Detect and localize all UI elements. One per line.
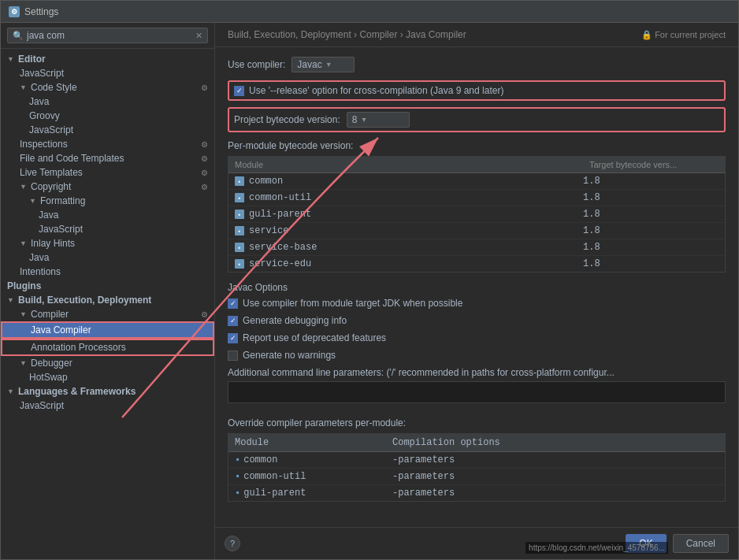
- sidebar-item-label: Java: [29, 252, 49, 263]
- sidebar-item-label: JavaScript: [29, 124, 73, 135]
- sidebar-item-code-style[interactable]: ▼ Code Style ⚙: [1, 80, 214, 95]
- sidebar-item-label: File and Code Templates: [20, 153, 124, 164]
- sidebar-tree: ▼ Editor JavaScript ▼ Code Style ⚙ Java …: [1, 49, 214, 559]
- sidebar-item-compiler[interactable]: ▼ Compiler ⚙: [1, 307, 214, 321]
- settings-icon: ⚙: [201, 154, 208, 163]
- sidebar-item-label: Inlay Hints: [31, 238, 75, 249]
- sidebar-item-live-templates[interactable]: Live Templates ⚙: [1, 165, 214, 180]
- module-icon: ▪: [235, 193, 244, 202]
- sidebar-item-javascript-1[interactable]: JavaScript: [1, 66, 214, 80]
- additional-params-input[interactable]: [228, 381, 726, 403]
- sidebar: 🔍 ✕ ▼ Editor JavaScript ▼ Code Style: [1, 23, 215, 559]
- table-row: ▪ common 1.8: [228, 173, 725, 190]
- target-version: 1.8: [577, 258, 719, 269]
- override-label: Override compiler parameters per-module:: [228, 417, 726, 428]
- sidebar-item-inlay-hints[interactable]: ▼ Inlay Hints: [1, 236, 214, 250]
- sidebar-item-javascript-2[interactable]: JavaScript: [1, 123, 214, 137]
- module-name: service-edu: [249, 258, 577, 269]
- search-input[interactable]: [27, 30, 192, 41]
- javac-option-checkbox-2[interactable]: [228, 316, 238, 326]
- sidebar-item-label: Inspections: [20, 139, 68, 150]
- sidebar-item-label: Intentions: [20, 266, 61, 277]
- sidebar-item-javascript-3[interactable]: JavaScript: [1, 222, 214, 236]
- sidebar-item-plugins[interactable]: Plugins: [1, 279, 214, 293]
- sidebar-item-inspections[interactable]: Inspections ⚙: [1, 137, 214, 151]
- sidebar-item-intentions[interactable]: Intentions: [1, 265, 214, 279]
- sidebar-item-label: Groovy: [29, 110, 60, 121]
- bytecode-dropdown-arrow: ▼: [360, 116, 367, 124]
- javac-option-checkbox-3[interactable]: [228, 333, 238, 343]
- javac-option-row-2: Generate debugging info: [228, 315, 726, 326]
- expand-arrow: ▼: [20, 359, 28, 367]
- sidebar-item-editor[interactable]: ▼ Editor: [1, 52, 214, 66]
- javac-options-title: Javac Options: [228, 282, 726, 293]
- sidebar-item-javascript-4[interactable]: JavaScript: [1, 399, 214, 413]
- right-panel: Build, Execution, Deployment › Compiler …: [215, 23, 738, 559]
- bytecode-select[interactable]: 8 ▼: [347, 112, 410, 128]
- sidebar-item-build-exec[interactable]: ▼ Build, Execution, Deployment: [1, 293, 214, 307]
- sidebar-item-annotation-processors[interactable]: Annotation Processors: [1, 339, 214, 356]
- settings-icon: ⚙: [201, 140, 208, 149]
- table-row: ▪ service-edu 1.8: [228, 256, 725, 272]
- javac-option-label-4: Generate no warnings: [243, 350, 336, 361]
- panel-header: Build, Execution, Deployment › Compiler …: [215, 23, 738, 47]
- override-table-row: ▪common -parameters: [228, 452, 725, 469]
- override-module-col-header: Module: [228, 434, 386, 451]
- for-current-project-label: 🔒 For current project: [641, 30, 726, 40]
- module-icon: ▪: [235, 226, 244, 235]
- cross-compile-checkbox[interactable]: [234, 86, 244, 96]
- cancel-button[interactable]: Cancel: [673, 534, 729, 553]
- target-version: 1.8: [577, 192, 719, 203]
- override-table-row: ▪common-util -parameters: [228, 469, 725, 485]
- sidebar-item-java-compiler[interactable]: Java Compiler: [1, 321, 214, 339]
- search-wrapper[interactable]: 🔍 ✕: [7, 28, 208, 43]
- sidebar-item-label: Editor: [18, 54, 46, 65]
- module-name: common-util: [249, 192, 577, 203]
- sidebar-item-label: JavaScript: [39, 224, 83, 235]
- sidebar-item-file-code-templates[interactable]: File and Code Templates ⚙: [1, 151, 214, 165]
- sidebar-item-debugger[interactable]: ▼ Debugger: [1, 356, 214, 370]
- sidebar-item-label: JavaScript: [20, 400, 64, 411]
- override-row-options: -parameters: [392, 454, 719, 465]
- use-compiler-label: Use compiler:: [228, 59, 285, 70]
- sidebar-item-formatting[interactable]: ▼ Formatting: [1, 194, 214, 208]
- sidebar-item-label: Formatting: [40, 195, 85, 206]
- override-table: Module Compilation options ▪common -para…: [228, 433, 726, 502]
- help-button[interactable]: ?: [225, 536, 240, 551]
- bytecode-version-row: Project bytecode version: 8 ▼: [228, 107, 726, 132]
- sidebar-item-java-2[interactable]: Java: [1, 208, 214, 222]
- sidebar-item-label: Languages & Frameworks: [18, 386, 136, 397]
- search-clear-icon[interactable]: ✕: [195, 31, 202, 41]
- javac-option-checkbox-4[interactable]: [228, 350, 238, 361]
- sidebar-item-label: Build, Execution, Deployment: [18, 295, 151, 306]
- javac-option-checkbox-1[interactable]: [228, 299, 238, 309]
- additional-params-label: Additional command line parameters: ('/'…: [228, 367, 726, 378]
- search-bar: 🔍 ✕: [1, 23, 214, 49]
- cross-compile-label: Use '--release' option for cross-compila…: [249, 85, 503, 96]
- target-version: 1.8: [577, 209, 719, 220]
- sidebar-item-java-3[interactable]: Java: [1, 250, 214, 265]
- use-compiler-select[interactable]: Javac ▼: [292, 57, 355, 72]
- sidebar-item-copyright[interactable]: ▼ Copyright ⚙: [1, 180, 214, 194]
- module-col-header: Module: [228, 157, 583, 172]
- sidebar-item-languages-frameworks[interactable]: ▼ Languages & Frameworks: [1, 384, 214, 399]
- sidebar-item-java-1[interactable]: Java: [1, 95, 214, 109]
- use-compiler-row: Use compiler: Javac ▼: [228, 57, 726, 72]
- sidebar-item-label: HotSwap: [29, 372, 68, 383]
- expand-arrow: ▼: [7, 296, 15, 304]
- sidebar-item-label: Compiler: [31, 309, 69, 320]
- expand-arrow: ▼: [20, 83, 28, 91]
- override-table-header: Module Compilation options: [228, 434, 725, 452]
- sidebar-item-hotswap[interactable]: HotSwap: [1, 370, 214, 384]
- settings-dialog: ⚙ Settings 🔍 ✕ ▼ Editor JavaScript: [0, 0, 739, 560]
- module-table-body: ▪ common 1.8 ▪ common-util 1.8 ▪ guli-pa…: [228, 173, 725, 272]
- sidebar-item-groovy[interactable]: Groovy: [1, 109, 214, 123]
- sidebar-item-label: Java: [39, 210, 58, 221]
- table-row: ▪ service-base 1.8: [228, 239, 725, 256]
- table-row: ▪ common-util 1.8: [228, 190, 725, 206]
- module-icon: ▪: [235, 176, 244, 186]
- module-icon: ▪: [235, 259, 244, 269]
- settings-icon: ⚙: [201, 183, 208, 191]
- sidebar-item-label: Debugger: [31, 358, 72, 369]
- compiler-dropdown-arrow: ▼: [325, 61, 332, 69]
